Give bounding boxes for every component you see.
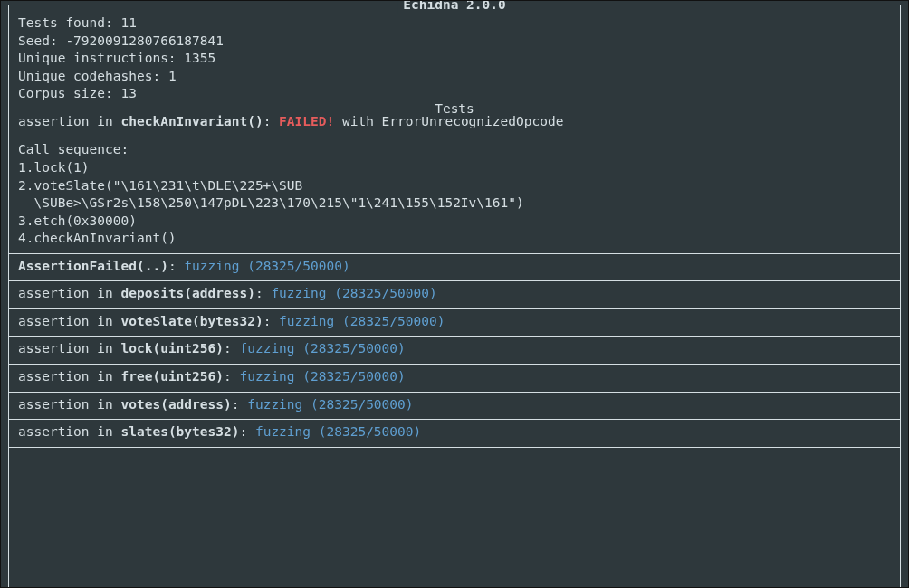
fuzzing-status: fuzzing (28325/50000) — [271, 286, 436, 300]
sep: : — [263, 114, 279, 128]
row-separator — [9, 308, 900, 309]
outer-frame: Echidna 2.0.0 Tests found: 11 Seed: -792… — [8, 5, 901, 587]
fuzzing-status: fuzzing (28325/50000) — [239, 341, 405, 356]
assertion-prefix: assertion in — [18, 314, 121, 328]
sep: : — [255, 286, 271, 300]
stat-tests-found: Tests found: 11 — [18, 14, 891, 33]
row-separator — [9, 253, 900, 254]
row-separator — [9, 364, 900, 365]
terminal-window: Echidna 2.0.0 Tests found: 11 Seed: -792… — [0, 0, 909, 588]
failed-test-fn: checkAnInvariant() — [121, 114, 263, 128]
fn-name: voteSlate(bytes32) — [121, 314, 263, 328]
label: Unique instructions: — [18, 51, 184, 65]
call-sequence-label: Call sequence: — [18, 136, 891, 159]
stat-unique-codehashes: Unique codehashes: 1 — [18, 68, 891, 86]
failed-test-section: assertion in checkAnInvariant(): FAILED!… — [9, 109, 900, 253]
fuzzing-line: AssertionFailed(..): fuzzing (28325/5000… — [18, 258, 891, 276]
row-separator — [9, 419, 900, 420]
fuzzing-status: fuzzing (28325/50000) — [247, 397, 413, 412]
fn-name: free(uint256) — [121, 369, 225, 384]
sep: : — [239, 424, 254, 439]
assertion-prefix: assertion in — [18, 369, 121, 384]
sep: : — [232, 397, 247, 412]
fn-name: deposits(address) — [121, 286, 255, 300]
row-separator — [9, 392, 900, 393]
failed-status: FAILED! — [279, 114, 334, 128]
call-sequence-step: 1.lock(1) — [18, 159, 891, 177]
fuzzing-status: fuzzing (28325/50000) — [279, 314, 445, 328]
fuzzing-rows: AssertionFailed(..): fuzzing (28325/5000… — [9, 253, 900, 447]
fuzzing-line: assertion in votes(address): fuzzing (28… — [18, 396, 891, 414]
fuzzing-row: assertion in deposits(address): fuzzing … — [9, 281, 900, 308]
value: 1355 — [184, 51, 215, 65]
tests-header: Tests — [431, 100, 478, 119]
fn-name: votes(address) — [121, 397, 232, 412]
label: Corpus size: — [18, 86, 121, 100]
call-sequence-step: 3.etch(0x30000) — [18, 213, 891, 231]
fuzzing-line: assertion in voteSlate(bytes32): fuzzing… — [18, 313, 891, 331]
assertion-prefix: assertion in — [18, 397, 121, 412]
value: -7920091280766187841 — [65, 33, 224, 48]
fuzzing-line: assertion in free(uint256): fuzzing (283… — [18, 368, 891, 386]
row-separator — [9, 447, 900, 448]
call-sequence-step: \SUBe>\GSr2s\158\250\147pDL\223\170\215\… — [18, 194, 891, 213]
row-separator — [9, 336, 900, 337]
call-sequence-step: 4.checkAnInvariant() — [18, 230, 891, 248]
assertion-prefix: assertion in — [18, 341, 121, 356]
fuzzing-row: assertion in free(uint256): fuzzing (283… — [9, 365, 900, 392]
label: Tests found: — [18, 15, 121, 30]
value: 11 — [121, 15, 137, 30]
sep: : — [224, 369, 239, 384]
stat-seed: Seed: -7920091280766187841 — [18, 33, 891, 51]
fn-name: AssertionFailed(..) — [18, 259, 168, 273]
fuzzing-status: fuzzing (28325/50000) — [255, 424, 421, 439]
stat-unique-instructions: Unique instructions: 1355 — [18, 50, 891, 68]
sep: : — [168, 259, 184, 273]
tests-separator: Tests — [9, 109, 900, 109]
row-separator — [9, 280, 900, 281]
stats-section: Tests found: 11 Seed: -79200912807661878… — [9, 5, 900, 109]
value: 1 — [168, 69, 177, 83]
label: Seed: — [18, 33, 65, 48]
call-sequence-step: 2.voteSlate("\161\231\t\DLE\225+\SUB — [18, 177, 891, 195]
app-title: Echidna 2.0.0 — [397, 0, 512, 14]
fuzzing-status: fuzzing (28325/50000) — [184, 259, 349, 273]
fuzzing-row: assertion in slates(bytes32): fuzzing (2… — [9, 420, 900, 447]
fuzzing-line: assertion in lock(uint256): fuzzing (283… — [18, 340, 891, 358]
sep: : — [263, 314, 279, 328]
call-sequence: 1.lock(1)2.voteSlate("\161\231\t\DLE\225… — [18, 159, 891, 248]
assertion-prefix: assertion in — [18, 114, 121, 128]
fuzzing-row: assertion in voteSlate(bytes32): fuzzing… — [9, 309, 900, 337]
fuzzing-row: assertion in lock(uint256): fuzzing (283… — [9, 337, 900, 364]
fuzzing-status: fuzzing (28325/50000) — [239, 369, 405, 384]
label: Unique codehashes: — [18, 69, 168, 83]
fn-name: slates(bytes32) — [121, 424, 240, 439]
assertion-prefix: assertion in — [18, 424, 121, 439]
fuzzing-line: assertion in deposits(address): fuzzing … — [18, 285, 891, 303]
fuzzing-row: AssertionFailed(..): fuzzing (28325/5000… — [9, 254, 900, 281]
fn-name: lock(uint256) — [121, 341, 225, 356]
fuzzing-row: assertion in votes(address): fuzzing (28… — [9, 393, 900, 420]
fuzzing-line: assertion in slates(bytes32): fuzzing (2… — [18, 423, 891, 441]
value: 13 — [121, 86, 137, 100]
sep: : — [224, 341, 239, 356]
assertion-prefix: assertion in — [18, 286, 121, 300]
